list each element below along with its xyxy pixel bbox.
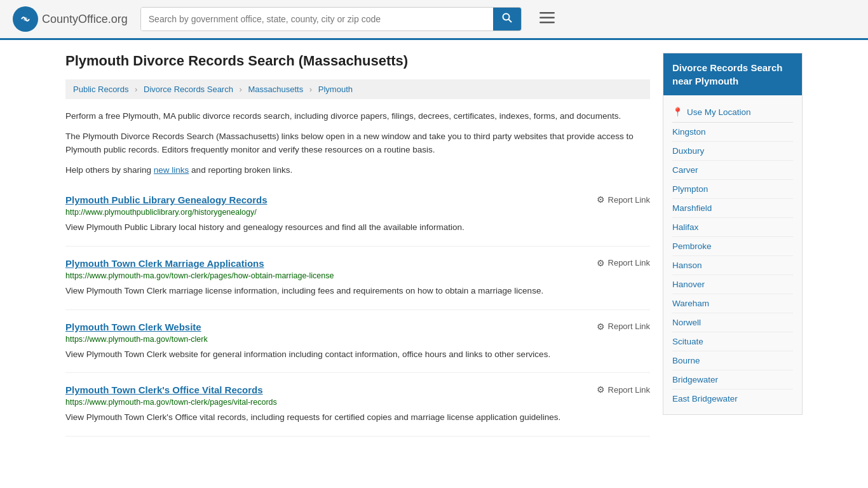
report-icon-3: ⚙ [597,384,605,395]
sidebar-link-marshfield[interactable]: Marshfield [672,199,793,218]
svg-line-3 [508,20,512,23]
breadcrumb-sep-2: › [240,85,242,94]
svg-rect-5 [539,17,555,19]
sidebar-link-plympton[interactable]: Plympton [672,180,793,199]
main-content: Plymouth Divorce Records Search (Massach… [65,53,650,437]
description-para3-suffix: and reporting broken links. [189,165,292,175]
logo-text: CountyOffice.org [42,13,128,26]
sidebar-box: Divorce Records Search near Plymouth 📍 U… [663,53,803,415]
breadcrumb-massachusetts[interactable]: Massachusetts [248,85,304,94]
main-container: Plymouth Divorce Records Search (Massach… [53,40,815,449]
svg-rect-4 [539,12,555,14]
result-desc-3: View Plymouth Town Clerk's Office vital … [65,410,650,424]
result-desc-2: View Plymouth Town Clerk website for gen… [65,348,650,362]
search-input[interactable] [141,8,493,30]
breadcrumb-sep-3: › [309,85,312,94]
result-item-3: Plymouth Town Clerk's Office Vital Recor… [65,373,650,437]
search-button[interactable] [493,8,521,30]
menu-button[interactable] [534,8,560,30]
result-url-0[interactable]: http://www.plymouthpubliclibrary.org/his… [65,208,650,217]
results-list: Plymouth Public Library Genealogy Record… [65,183,650,436]
svg-rect-6 [539,22,555,24]
use-my-location-label: Use My Location [687,107,751,117]
breadcrumb-public-records[interactable]: Public Records [73,85,128,94]
sidebar-link-scituate[interactable]: Scituate [672,332,793,351]
report-link-2[interactable]: ⚙ Report Link [597,322,650,332]
report-link-3[interactable]: ⚙ Report Link [597,384,650,395]
result-item-0: Plymouth Public Library Genealogy Record… [65,183,650,247]
sidebar-link-hanover[interactable]: Hanover [672,275,793,294]
sidebar-link-halifax[interactable]: Halifax [672,218,793,237]
location-pin-icon: 📍 [672,107,683,117]
sidebar-link-carver[interactable]: Carver [672,161,793,180]
sidebar-link-east-bridgewater[interactable]: East Bridgewater [672,390,793,408]
result-desc-1: View Plymouth Town Clerk marriage licens… [65,284,650,298]
breadcrumb-divorce-records[interactable]: Divorce Records Search [144,85,233,94]
site-logo[interactable]: CountyOffice.org [13,6,128,32]
report-icon-2: ⚙ [597,322,605,332]
sidebar-link-kingston[interactable]: Kingston [672,123,793,142]
sidebar-link-bridgewater[interactable]: Bridgewater [672,370,793,390]
report-icon-0: ⚙ [597,194,605,205]
report-link-1[interactable]: ⚙ Report Link [597,258,650,268]
sidebar-link-hanson[interactable]: Hanson [672,256,793,275]
breadcrumb-sep-1: › [135,85,137,94]
result-title-3[interactable]: Plymouth Town Clerk's Office Vital Recor… [65,384,263,395]
sidebar-link-norwell[interactable]: Norwell [672,313,793,332]
svg-point-1 [24,17,27,21]
search-bar [140,7,522,31]
result-title-1[interactable]: Plymouth Town Clerk Marriage Application… [65,258,264,269]
breadcrumb: Public Records › Divorce Records Search … [65,79,650,99]
result-header-3: Plymouth Town Clerk's Office Vital Recor… [65,384,650,395]
sidebar-link-pembroke[interactable]: Pembroke [672,237,793,256]
svg-point-2 [503,14,509,20]
sidebar-link-wareham[interactable]: Wareham [672,294,793,313]
sidebar-body: 📍 Use My Location Kingston Duxbury Carve… [663,95,802,414]
page-title: Plymouth Divorce Records Search (Massach… [65,53,650,69]
sidebar-header: Divorce Records Search near Plymouth [663,53,802,95]
result-item-1: Plymouth Town Clerk Marriage Application… [65,247,650,310]
sidebar-link-duxbury[interactable]: Duxbury [672,142,793,161]
report-label-1: Report Link [608,258,650,268]
result-header-0: Plymouth Public Library Genealogy Record… [65,194,650,205]
description-para3: Help others by sharing new links and rep… [65,163,650,177]
breadcrumb-plymouth[interactable]: Plymouth [318,85,353,94]
sidebar: Divorce Records Search near Plymouth 📍 U… [663,53,803,437]
result-header-2: Plymouth Town Clerk Website ⚙ Report Lin… [65,322,650,332]
description-para3-prefix: Help others by sharing [65,165,154,175]
result-title-2[interactable]: Plymouth Town Clerk Website [65,322,201,332]
result-item-2: Plymouth Town Clerk Website ⚙ Report Lin… [65,310,650,374]
site-header: CountyOffice.org [0,0,868,40]
result-desc-0: View Plymouth Public Library local histo… [65,220,650,234]
description-para1: Perform a free Plymouth, MA public divor… [65,109,650,123]
new-links-link[interactable]: new links [154,165,189,175]
report-label-2: Report Link [608,322,650,331]
logo-icon [13,6,38,32]
report-label-0: Report Link [608,195,650,205]
use-my-location[interactable]: 📍 Use My Location [672,102,793,123]
result-title-0[interactable]: Plymouth Public Library Genealogy Record… [65,194,268,205]
result-header-1: Plymouth Town Clerk Marriage Application… [65,258,650,269]
sidebar-link-bourne[interactable]: Bourne [672,351,793,370]
result-url-2[interactable]: https://www.plymouth-ma.gov/town-clerk [65,335,650,344]
result-url-1[interactable]: https://www.plymouth-ma.gov/town-clerk/p… [65,271,650,280]
result-url-3[interactable]: https://www.plymouth-ma.gov/town-clerk/p… [65,398,650,407]
report-link-0[interactable]: ⚙ Report Link [597,194,650,205]
report-label-3: Report Link [608,385,650,395]
description-para2: The Plymouth Divorce Records Search (Mas… [65,130,650,157]
report-icon-1: ⚙ [597,258,605,268]
